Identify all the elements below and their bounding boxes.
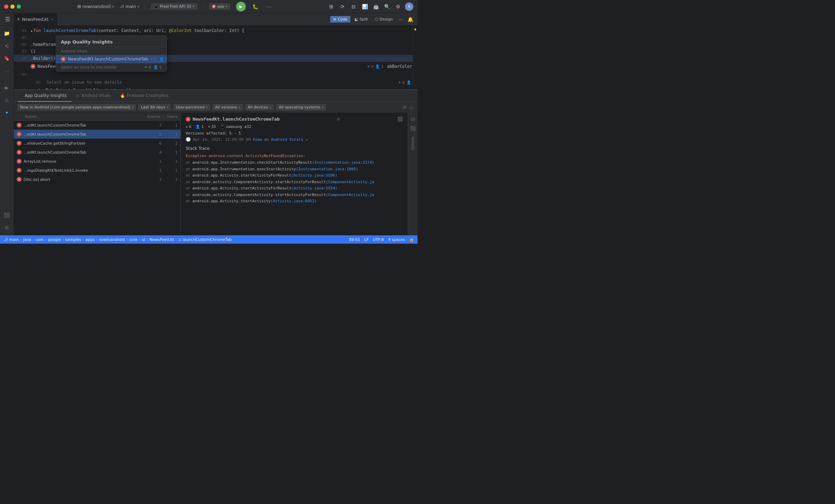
tab-firebase-crashlytics[interactable]: 🔥 Firebase Crashlytics [115,90,173,102]
tab-android-vitals[interactable]: ▷ Android Vitals [72,90,115,102]
android-vitals-link[interactable]: View on Android Vitals ↗ [253,137,308,142]
stack-line-2: at android.app.Activity.startActivityFor… [186,172,403,179]
git-icon[interactable]: ⑆ [2,41,12,51]
expand-panel-button[interactable]: ▷ [410,105,414,110]
minimize-window-button[interactable] [10,5,15,9]
code-editor[interactable]: 84 ★ fun launchCustomChromeTab(context: … [14,26,418,89]
stack-line-5: at androidx.activity.ComponentActivity.s… [186,192,403,198]
right-panel-sidebar: ⊟ ⬛ Details [408,113,418,235]
issue-row-0[interactable]: ✕ ...edKt.launchCustomChromeTab 7 1 [14,121,180,130]
warning-gutter-mark: ▲ [414,27,416,31]
issue-icon-0: ✕ [17,123,22,128]
terminal-icon[interactable]: ⊟ [349,2,358,11]
issue-row-6[interactable]: ✕ [libc.so] abort 1 1 [14,175,180,184]
android-icon[interactable]: 🤖 [372,2,380,11]
issue-inline-icon: ✕ [31,64,35,69]
detail-versions: Versions affected: 5 - 5 [186,131,403,136]
detail-grid-icon[interactable]: ⬛ [397,116,403,122]
user-avatar[interactable]: A [405,2,413,11]
detail-filter-icon[interactable]: ⊟ [337,116,340,122]
issue-icon-1: ✕ [17,132,22,137]
tab-bar: ☰ K NewsFeed.kt × ≡ Code ⬕ Split ⬡ Desig… [0,13,418,26]
popup-title: App Quality Insights [56,36,167,47]
versions-filter-dropdown[interactable]: All versions ▾ [212,104,243,111]
title-center: ⊞ nowinandroid ▾ ⎇ main ▾ 📱 Pixel Fold A… [26,2,324,11]
details-label: Details [411,137,415,150]
sidebar-toggle-button[interactable]: ☰ [3,15,13,24]
app-filter-dropdown[interactable]: Now in Android [com.google.samples.apps.… [17,104,136,111]
popup-item-stats: ✦ 6 👤 1 [150,57,167,62]
close-tab-icon[interactable]: × [51,17,54,21]
filter-panel-icon[interactable]: ⊟ [410,115,416,123]
bookmark-marker: ★ [31,29,33,33]
code-line-89: 89 [14,71,418,78]
terminal-sidebar-icon[interactable]: ⬛ [2,210,12,220]
analytics-sidebar-icon[interactable]: ✦ [2,108,12,117]
issue-row-1[interactable]: ✕ ...edKt.launchCustomChromeTab 6 1 [14,130,180,139]
code-line-90-hint: 90 Select an issue to see details ✦ 6 👤 … [14,78,418,87]
stack-line-1: at android.app.Instrumentation.execStart… [186,166,403,173]
device-selector[interactable]: 📱 Pixel Fold API 33 ▾ [151,3,197,10]
stack-line-6: at android.app.Activity.startActivity (A… [186,198,403,205]
design-view-button[interactable]: ⬡ Design [372,16,396,23]
breadcrumb: ⎇ main › java › com › google › samples ›… [3,237,347,242]
status-bar: ⎇ main › java › com › google › samples ›… [0,235,418,244]
code-view-button[interactable]: ≡ Code [330,16,350,23]
popup-item-selected[interactable]: ✕ NewsFeedKt.launchCustomChromeTab ✦ 6 👤… [56,55,167,63]
panel-tabs: App Quality Insights ▷ Android Vitals 🔥 … [14,90,418,102]
bookmark-icon[interactable]: 🔖 [2,54,12,63]
grid-panel-icon[interactable]: ⬛ [409,124,417,132]
issues-list: Issues Events Users ✕ ...edKt.launchCust… [14,113,181,235]
detail-issue-icon: ✕ [186,117,190,122]
split-view-button[interactable]: ⬕ Split [352,16,371,23]
tab-more-button[interactable]: ⋯ [397,17,405,22]
popup-hint-row: Select an issue to see details ✦ 6 👤 1 [56,63,167,71]
settings-icon[interactable]: ⚙ [394,2,402,11]
period-filter-dropdown[interactable]: Last 60 days ▾ [138,104,171,111]
detail-stats-row: ✦ 6 👤 1 ⬆ 33 📱 samsung a32 [186,124,403,129]
project-name[interactable]: ⊞ nowinandroid ▾ [77,4,114,9]
title-right: ⊞ ⟳ ⊟ 📊 🤖 🔍 ⚙ A [327,2,413,11]
run-manager-icon[interactable]: ⊞ [327,2,335,11]
issue-icon-4: ✕ [17,159,22,164]
file-tab-newsfeed[interactable]: K NewsFeed.kt × [14,13,57,26]
issue-row-5[interactable]: ✕ ...ingsDialogKt$TextLink$1.invoke 1 1 [14,166,180,175]
search-icon[interactable]: 🔍 [383,2,391,11]
run-sidebar-icon[interactable]: ▶ [2,83,12,92]
debug-button[interactable]: 🐛 [251,2,260,11]
app-selector[interactable]: 🎯 app ▾ [209,3,230,10]
os-filter-dropdown[interactable]: All operating systems ▾ [276,104,326,111]
profile-icon[interactable]: 📊 [360,2,369,11]
more-sidebar-icon[interactable]: ⋯ [2,66,12,76]
detail-title-row: ✕ NewsFeedKt.launchCustomChromeTab ⊟ ⬛ [186,116,403,122]
stack-line-4: at android.app.Activity.startActivityFor… [186,185,403,192]
title-bar: ⊞ nowinandroid ▾ ⎇ main ▾ 📱 Pixel Fold A… [0,0,418,13]
notification-icon[interactable]: 🔔 [406,17,415,22]
popup-issue-icon: ✕ [61,57,66,62]
branch-selector[interactable]: ⎇ main ▾ [120,4,139,9]
insight-popup: App Quality Insights Android Vitals ✕ Ne… [56,35,167,72]
maximize-window-button[interactable] [17,5,21,9]
tab-app-quality-insights[interactable]: App Quality Insights [18,90,72,102]
issue-row-4[interactable]: ✕ ArrayList.remove 1 1 [14,157,180,166]
warning-sidebar-icon[interactable]: ⚠ [2,95,12,105]
sync-icon[interactable]: ⟳ [338,2,347,11]
run-button[interactable]: ▶ [236,2,246,11]
issue-icon-3: ✕ [17,150,22,155]
issues-panel: Issues Events Users ✕ ...edKt.launchCust… [14,113,418,235]
folder-icon[interactable]: 📁 [2,29,12,38]
code-line-84: 84 ★ fun launchCustomChromeTab(context: … [14,27,418,34]
stack-line-0: at android.app.Instrumentation.checkStar… [186,160,403,166]
type-filter-dropdown[interactable]: User-perceived ▾ [173,104,210,111]
detail-panel: ✕ NewsFeedKt.launchCustomChromeTab ⊟ ⬛ ✦… [181,113,408,235]
close-window-button[interactable] [4,5,8,9]
devices-filter-dropdown[interactable]: All devices ▾ [245,104,274,111]
issue-row-2[interactable]: ✕ ...eValueCache.getStringForUser 6 2 [14,139,180,148]
issue-row-3[interactable]: ✕ ...edKt.launchCustomChromeTab 4 1 [14,148,180,157]
refresh-button[interactable]: ⟳ [403,105,407,110]
more-run-options[interactable]: ⋯ [265,2,274,11]
status-bar-right: 88:51 LF UTF-8 4 spaces 🔒 [349,237,414,242]
plugin-sidebar-icon[interactable]: ⧉ [2,223,12,233]
popup-section: Android Vitals [56,47,167,55]
view-buttons: ≡ Code ⬕ Split ⬡ Design ⋯ 🔔 [330,16,415,23]
